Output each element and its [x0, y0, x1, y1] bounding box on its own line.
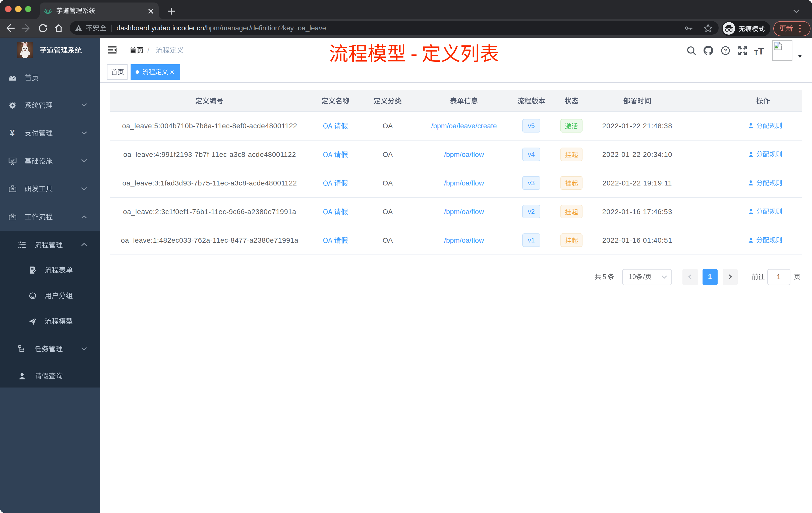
svg-text:T: T	[758, 46, 764, 55]
svg-text:T: T	[754, 49, 758, 55]
svg-text:?: ?	[724, 48, 727, 54]
